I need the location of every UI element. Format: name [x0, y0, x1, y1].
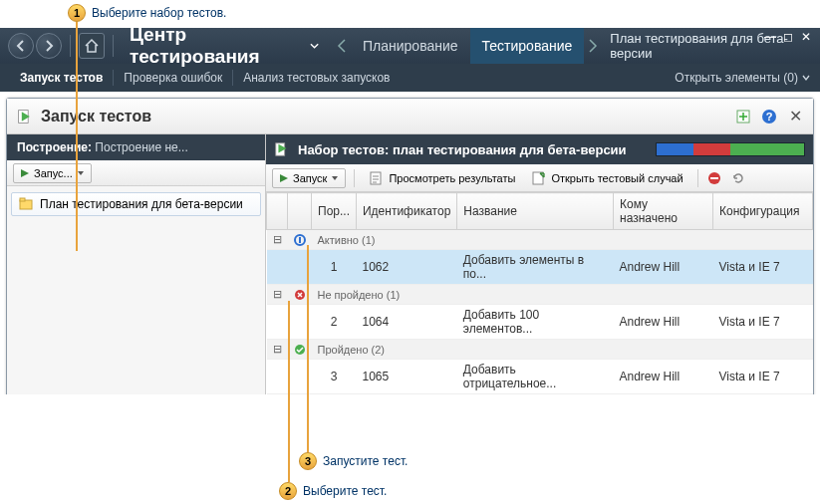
group-active[interactable]: ⊟ Активно (1) [267, 230, 813, 250]
callout-1: 1 Выберите набор тестов. [68, 4, 226, 22]
test-grid: Пор... Идентификатор Название Кому назна… [266, 192, 813, 394]
nav-buttons [8, 33, 120, 59]
open-items-dropdown[interactable]: Открыть элементы (0) [675, 71, 810, 85]
play-icon [20, 168, 30, 178]
new-activity-button[interactable] [735, 109, 751, 125]
callout-line-2 [288, 301, 290, 394]
progress-passed [730, 143, 804, 155]
suite-progress-bar [656, 142, 805, 156]
main-tabs: Планирование Тестирование [333, 28, 602, 64]
svg-rect-10 [710, 177, 718, 179]
panel-body: Построение: Построение не... Запус... Пл… [7, 134, 813, 394]
suite-header: Набор тестов: план тестирования для бета… [266, 134, 813, 164]
suite-icon [18, 196, 34, 212]
run-suite-button[interactable]: Запус... [13, 163, 92, 183]
col-assigned[interactable]: Кому назначено [614, 193, 713, 230]
suite-icon [274, 141, 290, 157]
titlebar: — ◻ ✕ Центр тестирования Планирование Те… [0, 28, 820, 64]
suite-tree: План тестирования для бета-версии [7, 186, 265, 222]
table-row[interactable]: 4 1066 Удалить эл... Andrew Hill Vista и… [267, 394, 813, 395]
table-row[interactable]: 3 1065 Добавить отрицательное... Andrew … [267, 360, 813, 394]
group-passed[interactable]: ⊟ Пройдено (2) [267, 340, 813, 360]
callout-badge-1: 1 [68, 4, 86, 22]
subtab-analyze-runs[interactable]: Анализ тестовых запусков [233, 64, 400, 92]
window-controls: — ◻ ✕ [762, 30, 814, 44]
tab-planning[interactable]: Планирование [351, 28, 470, 64]
sub-toolbar: Запуск тестов Проверка ошибок Анализ тес… [0, 64, 820, 92]
left-toolbar: Запус... [7, 160, 265, 186]
callout-line-3 [307, 245, 309, 394]
tree-item-beta-plan[interactable]: План тестирования для бета-версии [11, 192, 261, 216]
maximize-button[interactable]: ◻ [780, 30, 796, 44]
callout-text-1: Выберите набор тестов. [92, 6, 226, 20]
back-button[interactable] [8, 33, 34, 59]
reset-button[interactable] [730, 170, 746, 186]
tab-arrow-right-icon [584, 28, 602, 64]
test-toolbar: Запуск Просмотреть результаты Открыть те… [266, 164, 813, 192]
grid-header: Пор... Идентификатор Название Кому назна… [267, 193, 813, 230]
app-title-text: Центр тестирования [130, 24, 306, 68]
chevron-down-icon [310, 41, 319, 51]
app-title-dropdown[interactable]: Центр тестирования [130, 24, 319, 68]
run-test-button[interactable]: Запуск [272, 168, 346, 188]
run-tests-panel: Запуск тестов ? ✕ Построение: Построение… [6, 98, 814, 394]
forward-button[interactable] [36, 33, 62, 59]
svg-rect-12 [299, 237, 301, 243]
open-test-case-button[interactable]: Открыть тестовый случай [525, 168, 688, 188]
tab-testing[interactable]: Тестирование [470, 28, 585, 64]
help-button[interactable]: ? [761, 109, 777, 125]
open-icon [531, 170, 547, 186]
close-panel-button[interactable]: ✕ [787, 109, 803, 125]
play-icon [279, 173, 289, 183]
results-icon [369, 170, 385, 186]
view-results-button[interactable]: Просмотреть результаты [363, 168, 521, 188]
chevron-down-icon [802, 74, 810, 82]
progress-active [657, 143, 693, 155]
svg-text:?: ? [766, 111, 773, 123]
table-row[interactable]: 2 1064 Добавить 100 элементов... Andrew … [267, 305, 813, 340]
panel-title: Запуск тестов [41, 108, 151, 126]
panel-header: Запуск тестов ? ✕ [7, 99, 813, 134]
block-button[interactable] [706, 170, 722, 186]
subtab-verify-bugs[interactable]: Проверка ошибок [114, 64, 232, 92]
test-suite-tree-panel: Построение: Построение не... Запус... Пл… [7, 134, 266, 394]
chevron-down-icon [331, 174, 339, 182]
minimize-button[interactable]: — [762, 30, 778, 44]
suite-title: Набор тестов: план тестирования для бета… [298, 142, 627, 157]
close-button[interactable]: ✕ [798, 30, 814, 44]
col-config[interactable]: Конфигурация [713, 193, 813, 230]
subtab-run-tests[interactable]: Запуск тестов [10, 64, 113, 92]
progress-failed [693, 143, 730, 155]
callout-line-1 [76, 22, 78, 251]
tree-item-label: План тестирования для бета-версии [40, 197, 243, 211]
test-list-panel: Набор тестов: план тестирования для бета… [266, 134, 813, 394]
col-order[interactable]: Пор... [312, 193, 357, 230]
build-bar: Построение: Построение не... [7, 134, 265, 160]
tab-arrow-left-icon [333, 28, 351, 64]
svg-rect-5 [20, 198, 25, 201]
col-title[interactable]: Название [457, 193, 614, 230]
col-id[interactable]: Идентификатор [356, 193, 456, 230]
home-button[interactable] [79, 33, 105, 59]
table-row[interactable]: 1 1062 Добавить элементы в по... Andrew … [267, 250, 813, 285]
group-failed[interactable]: ⊟ Не пройдено (1) [267, 285, 813, 305]
run-tests-icon [17, 109, 33, 125]
